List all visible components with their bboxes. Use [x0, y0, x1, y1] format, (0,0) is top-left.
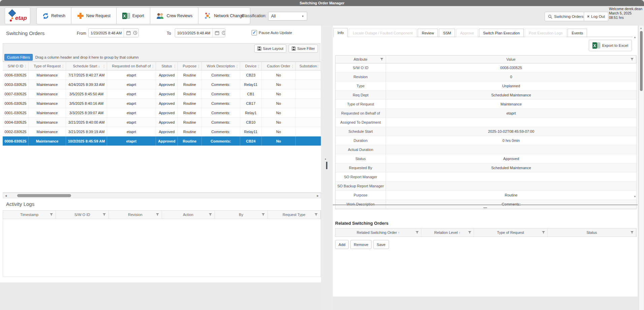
- classification-dropdown[interactable]: All ▼: [268, 12, 307, 21]
- column-header-s-w-o-id[interactable]: S/W O ID: [56, 211, 109, 219]
- attribute-row[interactable]: Actual Duration: [335, 145, 636, 154]
- column-menu-icon[interactable]: ⋮: [235, 64, 239, 68]
- column-header-request-type[interactable]: Request Type: [268, 211, 321, 219]
- attribute-row[interactable]: TypeUnplanned: [335, 82, 636, 91]
- grid-scroll-down-icon[interactable]: ▼: [634, 195, 636, 198]
- column-header-related-switching-order[interactable]: Related Switching Order ↑: [335, 228, 421, 237]
- logout-button[interactable]: × Log Out: [584, 12, 608, 21]
- attribute-row[interactable]: Duration0 hrs 0min: [335, 136, 636, 145]
- tab-review[interactable]: Review: [418, 29, 438, 37]
- filter-icon[interactable]: [262, 213, 265, 216]
- attribute-row[interactable]: Assigned To Department: [335, 118, 636, 127]
- table-row[interactable]: 0008-030525Maintenance10/2/2025 8:45:59 …: [3, 136, 321, 146]
- column-header-action[interactable]: Action: [162, 211, 215, 219]
- to-date-input[interactable]: 10/10/2025 8:48 AM: [175, 28, 225, 37]
- remove-button[interactable]: Remove: [350, 240, 372, 249]
- scroll-left-icon[interactable]: ◄: [4, 193, 7, 198]
- horizontal-scrollbar[interactable]: ◄ ►: [3, 193, 321, 198]
- filter-icon[interactable]: [103, 213, 106, 216]
- column-menu-icon[interactable]: ⋮: [257, 64, 260, 68]
- column-header-type-of-request[interactable]: Type of Request⋮: [29, 62, 66, 70]
- column-header-relation-level[interactable]: Relation Level ↑: [421, 228, 474, 237]
- tab-switch-plan-execution[interactable]: Switch Plan Execution: [479, 29, 524, 37]
- table-row[interactable]: 0004-030525Maintenance3/21/2025 8:40:00 …: [3, 118, 321, 127]
- column-menu-icon[interactable]: ⋮: [316, 64, 320, 68]
- filter-icon[interactable]: [468, 231, 471, 234]
- column-header-device[interactable]: Device⋮: [240, 62, 262, 70]
- clock-icon[interactable]: [222, 31, 225, 35]
- column-header-purpose[interactable]: Purpose⋮: [178, 62, 202, 70]
- tab-ssm[interactable]: SSM: [439, 29, 455, 37]
- scrollbar-thumb[interactable]: [640, 31, 643, 91]
- column-menu-icon[interactable]: ⋮: [173, 64, 176, 68]
- attribute-row[interactable]: Schedule Start2025-10-02T08:45:59-07:00: [335, 127, 636, 136]
- column-header-work-description[interactable]: Work Description⋮: [202, 62, 240, 70]
- crew-reviews-button[interactable]: Crew Reviews: [150, 7, 199, 24]
- column-header-revision[interactable]: Revision: [109, 211, 162, 219]
- column-header-type-of-request[interactable]: Type of Request: [474, 228, 548, 237]
- vertical-scrollbar[interactable]: ▲: [639, 26, 644, 310]
- from-date-input[interactable]: 1/23/2025 8:48 AM: [88, 28, 139, 37]
- table-row[interactable]: 0007-030525Maintenance3/5/2025 8:45:50 A…: [3, 89, 321, 99]
- filter-icon[interactable]: [631, 58, 634, 61]
- detail-splitter-handle[interactable]: —: [482, 207, 489, 209]
- column-header-value[interactable]: Value: [386, 56, 636, 63]
- switching-orders-button[interactable]: Switching Orders: [545, 12, 587, 21]
- export-button[interactable]: X Export: [116, 7, 150, 24]
- attribute-row[interactable]: S/W O ID0008-030525: [335, 63, 636, 72]
- table-row[interactable]: 0006-030525Maintenance7/17/2025 8:40:27 …: [3, 70, 321, 80]
- table-row[interactable]: 0003-030525Maintenance4/24/2025 8:39:33 …: [3, 80, 321, 89]
- table-row[interactable]: 0005-030525Maintenance3/5/2025 8:40:16 A…: [3, 99, 321, 108]
- save-layout-button[interactable]: Save Layout: [254, 44, 286, 53]
- column-menu-icon[interactable]: ⋮: [61, 64, 65, 68]
- column-header-attribute[interactable]: Attribute: [335, 56, 386, 63]
- filter-icon[interactable]: [380, 58, 383, 61]
- pause-auto-update-checkbox[interactable]: ✓: [252, 30, 257, 35]
- add-button[interactable]: Add: [335, 240, 349, 249]
- filter-icon[interactable]: [209, 213, 212, 216]
- scroll-right-icon[interactable]: ►: [316, 193, 319, 198]
- scroll-up-icon[interactable]: ▲: [640, 27, 642, 30]
- column-menu-icon[interactable]: ⋮: [151, 64, 155, 68]
- etap-logo-button[interactable]: etap: [5, 7, 30, 24]
- column-menu-icon[interactable]: ⋮: [197, 64, 200, 68]
- table-row[interactable]: 0001-030525Maintenance3/3/2025 8:39:07 A…: [3, 108, 321, 118]
- column-header-s-w-o-id[interactable]: S/W O ID⋮: [3, 62, 29, 70]
- custom-filters-button[interactable]: Custom Filters: [4, 54, 33, 61]
- attribute-row[interactable]: Requested on Behalf ofetaprt: [335, 109, 636, 118]
- attribute-row[interactable]: PurposeRoutine: [335, 191, 636, 200]
- attribute-row[interactable]: Revision0: [335, 72, 636, 82]
- new-request-button[interactable]: New Request: [71, 7, 117, 24]
- export-to-excel-button[interactable]: X Export to Excel: [589, 40, 632, 51]
- column-header-status[interactable]: Status⋮: [156, 62, 178, 70]
- column-header-by[interactable]: By: [215, 211, 268, 219]
- attribute-row[interactable]: Req DeptScheduled Maintenance: [335, 91, 636, 100]
- filter-icon[interactable]: [631, 231, 634, 234]
- calendar-icon[interactable]: [126, 31, 131, 35]
- column-header-timestamp[interactable]: Timestamp: [3, 211, 56, 219]
- refresh-button[interactable]: Refresh: [36, 7, 71, 24]
- splitter-handle[interactable]: [326, 162, 327, 169]
- clock-icon[interactable]: [133, 31, 137, 35]
- column-menu-icon[interactable]: ⋮: [291, 64, 294, 68]
- attribute-row[interactable]: Requested ByScheduled Maintenance: [335, 163, 636, 173]
- scrollbar-thumb[interactable]: [17, 194, 71, 197]
- column-header-caution-order[interactable]: Caution Order⋮: [262, 62, 296, 70]
- attribute-row[interactable]: StatusApproved: [335, 154, 636, 163]
- calendar-icon[interactable]: [215, 31, 219, 35]
- filter-icon[interactable]: [542, 231, 545, 234]
- column-menu-icon[interactable]: ⋮: [102, 64, 106, 68]
- attribute-row[interactable]: SO Report Manager: [335, 173, 636, 182]
- save-button[interactable]: Save: [373, 240, 389, 249]
- tab-info[interactable]: Info: [333, 28, 348, 37]
- grid-scroll-up-icon[interactable]: ▲: [634, 36, 636, 39]
- attribute-row[interactable]: SO Backup Report Manager: [335, 182, 636, 191]
- table-row[interactable]: 0002-030525Maintenance3/21/2025 8:39:19 …: [3, 127, 321, 136]
- column-header-requested-on-behalf-of[interactable]: Requested on Behalf of⋮: [107, 62, 156, 70]
- panel-splitter[interactable]: ▸: [321, 26, 333, 310]
- filter-icon[interactable]: [50, 213, 53, 216]
- column-header-status[interactable]: Status: [548, 228, 636, 237]
- column-header-substation[interactable]: Substation⋮: [296, 62, 321, 70]
- column-menu-icon[interactable]: ⋮: [24, 64, 27, 68]
- tab-events[interactable]: Events: [568, 29, 587, 37]
